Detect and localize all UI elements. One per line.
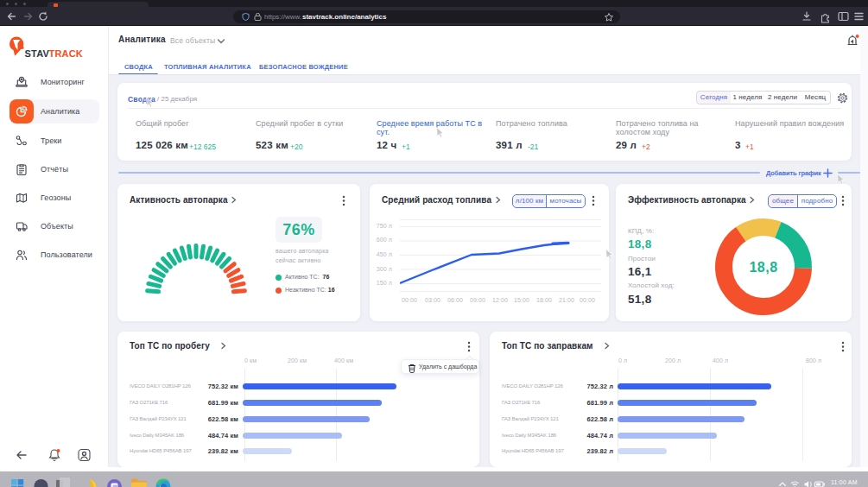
svg-text:18,8: 18,8 (749, 260, 777, 275)
svg-text:TRACK: TRACK (49, 48, 84, 59)
svg-text:STAV: STAV (25, 48, 50, 59)
